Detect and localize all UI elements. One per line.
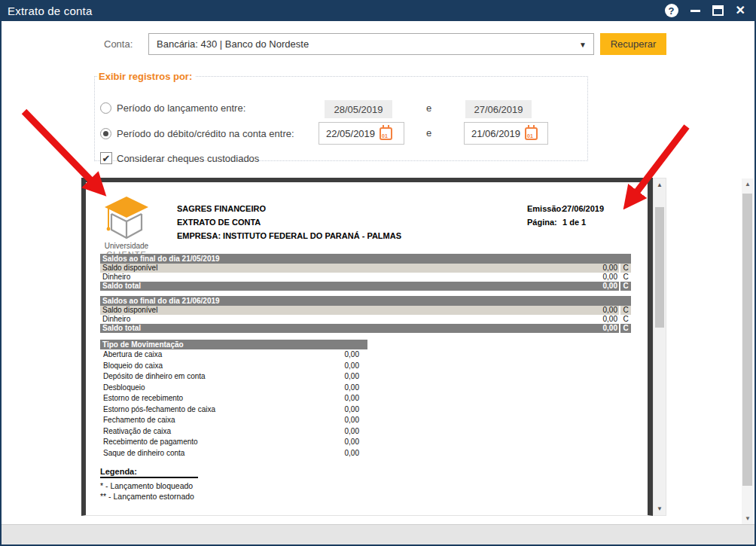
report-legend: Legenda: * - Lançamento bloqueado** - La… xyxy=(100,467,198,502)
window-content: Conta: Bancária: 430 | Banco do Nordeste… xyxy=(2,21,754,544)
saldo-row-label: Saldo disponível xyxy=(100,306,560,315)
movement-row-label: Bloqueio do caixa xyxy=(100,361,314,372)
saldo-table-title: Saldos ao final do dia 21/06/2019 xyxy=(100,296,631,306)
movement-table: Tipo de Movimentação Abertura de caixa 0… xyxy=(100,340,367,459)
cheques-custodiados-row: ✔ Considerar cheques custodiados xyxy=(100,151,259,165)
scroll-up-icon[interactable]: ▲ xyxy=(742,181,754,188)
e-separator-2: e xyxy=(426,127,431,139)
saldo-row-label: Dinheiro xyxy=(100,315,560,324)
saldo-row-value: 0,00 xyxy=(560,264,619,273)
report-company: EMPRESA: INSTITUTO FEDERAL DO PARANÁ - P… xyxy=(177,229,401,242)
universidade-cliente-logo: Universidade CLIENTE xyxy=(100,196,153,259)
panel-vertical-scrollbar[interactable]: ▲ ▼ xyxy=(742,178,754,524)
debito-from-input[interactable] xyxy=(319,128,378,139)
periodo-lancamento-radio[interactable] xyxy=(100,102,111,114)
lancamento-from-date xyxy=(325,100,392,118)
pagina-value: 1 de 1 xyxy=(562,218,586,227)
scrollbar-thumb[interactable] xyxy=(655,207,664,328)
saldo-row-suffix: C xyxy=(620,324,631,333)
calendar-icon[interactable] xyxy=(525,127,538,140)
saldo-row-label: Saldo total xyxy=(100,282,560,291)
report-vertical-scrollbar[interactable]: ▲ ▼ xyxy=(653,178,666,516)
saldo-row-value: 0,00 xyxy=(560,306,619,315)
movement-row: Abertura de caixa 0,00 xyxy=(100,349,367,361)
saldo-row-value: 0,00 xyxy=(560,324,619,333)
saldo-row-label: Dinheiro xyxy=(100,273,560,282)
saldo-row-value: 0,00 xyxy=(560,273,619,282)
saldo-row: Saldo disponível 0,00 C xyxy=(100,264,631,273)
report-meta: Emissão:27/06/2019 Página:1 de 1 xyxy=(527,202,604,229)
logo-line1: Universidade xyxy=(100,242,153,250)
movement-row-label: Estorno pós-fechamento de caixa xyxy=(100,404,314,416)
legend-title: Legenda: xyxy=(100,467,198,478)
movement-row-value: 0,00 xyxy=(314,448,359,459)
movement-row-label: Saque de dinheiro conta xyxy=(100,448,314,459)
minimize-icon[interactable] xyxy=(690,10,700,12)
periodo-lancamento-label: Período do lançamento entre: xyxy=(117,102,245,114)
scrollbar-thumb[interactable] xyxy=(742,194,752,486)
report-header: SAGRES FINANCEIRO EXTRATO DE CONTA EMPRE… xyxy=(177,202,401,242)
calendar-icon[interactable] xyxy=(380,127,392,140)
scroll-down-icon[interactable]: ▼ xyxy=(742,515,754,522)
movement-row: Recebimento de pagamento 0,00 xyxy=(100,437,367,448)
movement-row: Depósito de dinheiro em conta 0,00 xyxy=(100,371,367,383)
saldo-row-suffix: C xyxy=(620,306,631,315)
periodo-debito-credito-radio[interactable] xyxy=(100,128,111,139)
chevron-down-icon: ▼ xyxy=(579,41,587,49)
report-content: Universidade CLIENTE SAGRES FINANCEIRO E… xyxy=(86,182,648,515)
scroll-up-icon[interactable]: ▲ xyxy=(654,181,666,188)
emissao-value: 27/06/2019 xyxy=(562,204,604,213)
saldo-row-suffix: C xyxy=(620,273,631,282)
pagina-label: Página: xyxy=(527,215,562,229)
saldo-row: Dinheiro 0,00 C xyxy=(100,273,631,282)
cheques-custodiados-checkbox[interactable]: ✔ xyxy=(100,152,112,164)
periodo-debito-credito-label: Período do débito/crédito na conta entre… xyxy=(117,128,294,139)
movement-row: Estorno de recebimento 0,00 xyxy=(100,393,367,404)
exibir-registros-fieldset: Exibir registros por: Período do lançame… xyxy=(94,71,588,161)
saldo-row-value: 0,00 xyxy=(560,315,619,324)
movement-row-value: 0,00 xyxy=(314,361,359,372)
conta-dropdown[interactable]: Bancária: 430 | Banco do Nordeste ▼ xyxy=(148,33,594,55)
extrato-de-conta-window: Extrato de conta ? ✕ Conta: Bancária: 43… xyxy=(0,0,756,546)
maximize-icon[interactable] xyxy=(712,5,724,16)
saldo-row: Saldo total 0,00 C xyxy=(100,282,631,291)
saldo-table-title: Saldos ao final do dia 21/05/2019 xyxy=(100,254,631,264)
saldo-row-label: Saldo disponível xyxy=(100,264,560,273)
debito-from-field[interactable] xyxy=(319,122,404,145)
cheques-custodiados-label: Considerar cheques custodiados xyxy=(117,153,259,164)
saldo-row-suffix: C xyxy=(620,315,631,324)
legend-item: * - Lançamento bloqueado xyxy=(100,480,198,491)
conta-dropdown-value: Bancária: 430 | Banco do Nordeste xyxy=(157,38,309,50)
saldo-row-value: 0,00 xyxy=(560,282,619,291)
saldo-row: Dinheiro 0,00 C xyxy=(100,315,631,324)
help-icon[interactable]: ? xyxy=(665,4,678,17)
status-bar xyxy=(2,524,754,544)
saldo-row: Saldo disponível 0,00 C xyxy=(100,306,631,315)
movement-row-label: Estorno de recebimento xyxy=(100,393,314,404)
debito-to-input[interactable] xyxy=(465,128,523,139)
saldo-row: Saldo total 0,00 C xyxy=(100,324,631,333)
close-icon[interactable]: ✕ xyxy=(736,5,745,17)
scroll-down-icon[interactable]: ▼ xyxy=(654,505,666,512)
saldo-row-suffix: C xyxy=(620,282,631,291)
report-subtitle: EXTRATO DE CONTA xyxy=(177,215,401,229)
report-page: Universidade CLIENTE SAGRES FINANCEIRO E… xyxy=(81,178,653,516)
saldo-table: Saldos ao final do dia 21/06/2019 Saldo … xyxy=(100,296,631,333)
recuperar-button[interactable]: Recuperar xyxy=(600,33,666,55)
movement-row-value: 0,00 xyxy=(314,404,359,416)
debito-to-field[interactable] xyxy=(464,122,548,145)
movement-row-value: 0,00 xyxy=(314,371,359,383)
movement-row: Estorno pós-fechamento de caixa 0,00 xyxy=(100,404,367,416)
movement-row-label: Reativação de caixa xyxy=(100,426,314,438)
window-title: Extrato de conta xyxy=(0,5,92,17)
report-viewer: Universidade CLIENTE SAGRES FINANCEIRO E… xyxy=(81,178,666,516)
saldo-row-label: Saldo total xyxy=(100,324,560,333)
movement-row-value: 0,00 xyxy=(314,349,359,361)
periodo-debito-credito-row: Período do débito/crédito na conta entre… xyxy=(100,127,294,140)
movement-row: Fechamento de caixa 0,00 xyxy=(100,415,367,426)
movement-row: Saque de dinheiro conta 0,00 xyxy=(100,448,367,459)
movement-row-label: Abertura de caixa xyxy=(100,349,314,361)
saldo-table: Saldos ao final do dia 21/05/2019 Saldo … xyxy=(100,254,631,291)
movement-row-label: Fechamento de caixa xyxy=(100,415,314,426)
titlebar: Extrato de conta ? ✕ xyxy=(0,0,756,21)
